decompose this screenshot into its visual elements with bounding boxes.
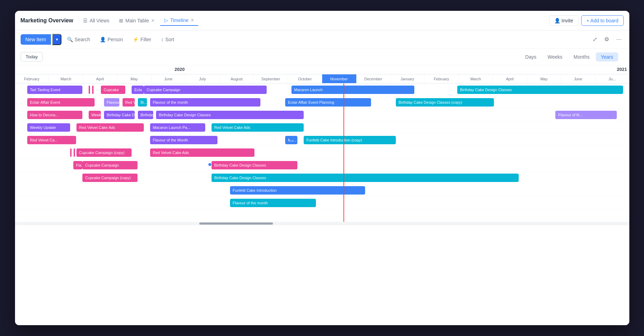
search-icon: 🔍 <box>67 37 73 42</box>
bar-birthday-classes-4[interactable]: Birthday Cake Design Classes <box>212 174 519 182</box>
today-line <box>343 83 344 222</box>
month-nov: November <box>322 74 356 83</box>
bar-funfetti-copy[interactable]: Funfetti Cake Introduction (copy) <box>304 136 396 144</box>
scrollbar-thumb <box>199 222 273 225</box>
gantt-row-5: Cupcake Campaign (copy) Red Velvet Cake … <box>15 146 629 159</box>
all-views-icon: ☰ <box>83 18 88 23</box>
toolbar: New Item ▾ 🔍 Search 👤 Person ⚡ Filter ↕ … <box>15 30 629 49</box>
bar-weekl[interactable]: Weekl... <box>89 111 101 119</box>
month-may21: May <box>527 74 561 83</box>
gantt-row-0: Tart Tasting Event Cupcake Ecla Cupcake … <box>15 83 629 96</box>
month-jun: June <box>151 74 186 83</box>
gantt-row-2: How to Decora... Weekl... Birthday Cake … <box>15 109 629 121</box>
filter-button[interactable]: ⚡ Filter <box>128 35 155 44</box>
bar-cupcake-1[interactable]: Cupcake <box>101 86 125 94</box>
bar-flavour-month-2[interactable]: Flavour of the Month <box>150 136 218 144</box>
bar-eclair-affair[interactable]: Eclair Affair Event <box>27 98 95 107</box>
bar-macaron-launch-pa[interactable]: Macaron Launch Pa... <box>150 123 205 132</box>
year-2020: 2020 <box>175 67 185 72</box>
bar-cupcake-campaign-2[interactable]: Cupcake Campaign <box>82 161 138 169</box>
days-view-button[interactable]: Days <box>520 52 541 61</box>
bar-red-velvet-ads-2[interactable]: Red Velvet Cake Ads <box>212 123 304 132</box>
month-sep: September <box>254 74 288 83</box>
user-icon: 👤 <box>554 18 560 23</box>
bar-macaron-launch[interactable]: Macaron Launch <box>291 86 414 94</box>
bar-eclair-planning[interactable]: Eclair Affair Event Planning <box>285 98 371 107</box>
bar-ecla[interactable]: Ecla <box>132 86 144 94</box>
new-item-button[interactable]: New Item <box>21 34 51 45</box>
person-button[interactable]: 👤 Person <box>96 35 127 44</box>
gantt-row-4: Red Velvet Ca... Flavour of the Month Ma… <box>15 134 629 146</box>
bar-bi-small[interactable]: Bi... <box>138 98 147 107</box>
tab-all-views[interactable]: ☰ All Views <box>79 16 114 25</box>
person-icon: 👤 <box>100 37 106 42</box>
years-view-button[interactable]: Years <box>596 52 618 61</box>
new-item-chevron[interactable]: ▾ <box>52 34 61 45</box>
gantt-row-6: Fla... Cupcake Campaign Birthday Cake De… <box>15 159 629 171</box>
bar-funfetti[interactable]: Funfetti Cake Introduction <box>230 186 365 195</box>
bar-cupcake-copy-2[interactable]: Cupcake Campaign (copy) <box>82 174 138 182</box>
bar-birthday-classes-3[interactable]: Birthday Cake Design Classes <box>212 161 297 169</box>
invite-button[interactable]: 👤 Invite <box>549 15 578 26</box>
gantt-rows: Tart Tasting Event Cupcake Ecla Cupcake … <box>15 83 629 222</box>
bar-cupcake-campaign[interactable]: Cupcake Campaign <box>144 86 267 94</box>
search-button[interactable]: 🔍 Search <box>63 35 94 44</box>
bar-tart-tasting[interactable]: Tart Tasting Event <box>27 86 82 94</box>
months-view-button[interactable]: Months <box>569 52 594 61</box>
bar-flavour-small[interactable]: Flavour... <box>104 98 119 107</box>
tab-timeline[interactable]: ▷ Timeline ✕ <box>160 15 198 26</box>
bar-red-velvet-ads-3[interactable]: Red Velvet Cake Ads <box>150 148 254 157</box>
bar-red-velvet-ads-1[interactable]: Red Velvet Cake Ads <box>76 123 144 132</box>
add-to-board-button[interactable]: + Add to board <box>581 15 623 26</box>
expand-icon[interactable]: ⤢ <box>591 34 599 45</box>
bar-red-velvet-small[interactable]: Red Ve... <box>123 98 135 107</box>
header: Marketing Overview ☰ All Views ⊞ Main Ta… <box>15 11 629 30</box>
bar-weekly-update[interactable]: Weekly Update <box>27 123 70 132</box>
bar-birthday-cake-design-small[interactable]: Birthday Cake Desig... <box>104 111 135 119</box>
bar-birthday-c[interactable]: Birthday C... <box>138 111 153 119</box>
bar-red-velvet-ca[interactable]: Red Velvet Ca... <box>27 136 76 144</box>
month-mar: March <box>49 74 83 83</box>
settings-icon[interactable]: ⚙ <box>602 34 611 45</box>
bar-birthday-classes-2[interactable]: Birthday Cake Design Classes <box>156 111 303 119</box>
weeks-view-button[interactable]: Weeks <box>543 52 568 61</box>
months-row: February March April May June July Augus… <box>15 74 629 83</box>
year-header-row: 2020 2021 <box>15 65 629 74</box>
tab-main-table[interactable]: ⊞ Main Table ✕ <box>115 16 158 25</box>
app-window: Marketing Overview ☰ All Views ⊞ Main Ta… <box>15 11 629 325</box>
more-icon[interactable]: ⋯ <box>614 34 624 45</box>
timeline-area: Today Days Weeks Months Years 2020 2021 … <box>15 49 629 325</box>
bar-small-row5b <box>74 148 75 157</box>
bar-birthday-copy[interactable]: Birthday Cake Design Classes (copy) <box>396 98 494 107</box>
milestone-dot <box>290 138 293 141</box>
month-apr: April <box>83 74 117 83</box>
bar-how-to[interactable]: How to Decora... <box>27 111 82 119</box>
month-feb21: February <box>424 74 459 83</box>
gantt-row-7: Cupcake Campaign (copy) Birthday Cake De… <box>15 171 629 184</box>
year-2021: 2021 <box>617 67 627 72</box>
sort-button[interactable]: ↕ Sort <box>157 35 178 44</box>
bar-small-row5 <box>70 148 72 157</box>
today-button[interactable]: Today <box>21 52 43 61</box>
bar-flavour-month-1[interactable]: Flavour of the month <box>150 98 261 107</box>
month-aug: August <box>220 74 254 83</box>
bar-fla-small[interactable]: Fla... <box>73 161 82 169</box>
horizontal-scrollbar[interactable] <box>15 222 629 225</box>
month-jul21: Ju... <box>595 74 629 83</box>
filter-icon: ⚡ <box>133 37 139 42</box>
bar-birthday-cake-1[interactable]: Birthday Cake Design Classes <box>457 86 623 94</box>
table-icon: ⊞ <box>119 18 123 23</box>
gantt-row-1: Eclair Affair Event Flavour... Red Ve...… <box>15 96 629 109</box>
gantt-row-3: Weekly Update Red Velvet Cake Ads Macaro… <box>15 121 629 134</box>
bar-cupcake-copy[interactable]: Cupcake Campaign (copy) <box>76 148 132 157</box>
gantt-row-9: Flavour of the month <box>15 197 629 209</box>
month-oct: October <box>288 74 322 83</box>
gantt-row-empty <box>15 209 629 222</box>
timeline-controls: Today Days Weeks Months Years <box>15 49 629 65</box>
bar-flavour-month-3[interactable]: Flavour of the month <box>230 199 316 207</box>
month-jun21: June <box>561 74 595 83</box>
sort-icon: ↕ <box>161 37 163 42</box>
month-may: May <box>117 74 151 83</box>
milestone-dot-2 <box>208 163 211 166</box>
bar-flavour-th[interactable]: Flavour of th... <box>555 111 617 119</box>
